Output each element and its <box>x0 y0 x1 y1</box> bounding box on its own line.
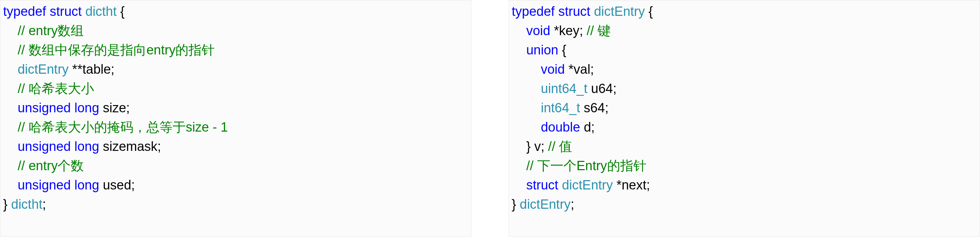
indent <box>512 43 526 57</box>
indent <box>512 81 541 96</box>
kw-long: long <box>75 100 99 115</box>
indent <box>3 139 18 154</box>
kw-unsigned: unsigned <box>18 100 71 115</box>
indent <box>512 120 541 134</box>
space <box>558 178 562 192</box>
indent <box>512 62 541 76</box>
brace-close: } <box>512 197 520 212</box>
comment-line: // 哈希表大小的掩码，总等于size - 1 <box>3 120 228 134</box>
kw-typedef: typedef <box>512 4 555 19</box>
kw-long: long <box>75 139 99 154</box>
kw-long: long <box>75 178 99 192</box>
kw-void: void <box>526 24 550 38</box>
kw-typedef: typedef <box>3 4 46 19</box>
kw-struct: struct <box>49 4 82 19</box>
brace-open: { <box>645 4 653 19</box>
comment-line: // 数组中保存的是指向entry的指针 <box>3 43 215 57</box>
type-dictentry: dictEntry <box>562 178 613 192</box>
kw-unsigned: unsigned <box>18 178 71 192</box>
type-dictentry: dictEntry <box>18 62 68 76</box>
decl-key: *key; <box>550 24 587 38</box>
type-uint64: uint64_t <box>541 81 587 96</box>
indent <box>512 24 526 38</box>
kw-double: double <box>541 120 580 134</box>
brace-open: { <box>558 43 566 57</box>
semicolon: ; <box>571 197 574 212</box>
semicolon: ; <box>42 197 46 212</box>
comment-line: // 下一个Entry的指针 <box>512 159 646 173</box>
typedef-name: dictht <box>11 197 42 212</box>
comment-inline: // 值 <box>548 139 572 154</box>
decl-s64: s64; <box>580 100 609 115</box>
decl-used: used; <box>99 178 135 192</box>
code-block-dictentry: typedef struct dictEntry { void *key; //… <box>512 2 977 214</box>
union-close: } v; <box>526 139 548 154</box>
type-dictentry: dictEntry <box>594 4 645 19</box>
kw-union: union <box>526 43 558 57</box>
space <box>71 139 75 154</box>
comment-line: // 哈希表大小 <box>3 81 94 96</box>
kw-struct: struct <box>558 4 590 19</box>
decl-u64: u64; <box>587 81 617 96</box>
comment-line: // entry数组 <box>3 24 84 38</box>
brace-close: } <box>3 197 11 212</box>
decl-val: *val; <box>565 62 594 76</box>
brace-open: { <box>117 4 125 19</box>
indent <box>512 178 526 192</box>
comment-inline: // 键 <box>587 24 611 38</box>
panel-gap <box>471 0 509 237</box>
kw-struct: struct <box>526 178 558 192</box>
indent <box>512 139 526 154</box>
space <box>71 100 75 115</box>
indent <box>3 62 18 76</box>
decl-next: *next; <box>613 178 650 192</box>
indent <box>512 100 541 115</box>
typedef-name: dictEntry <box>520 197 571 212</box>
code-panels: typedef struct dictht { // entry数组 // 数组… <box>0 0 980 237</box>
code-panel-dictentry: typedef struct dictEntry { void *key; //… <box>509 0 980 237</box>
decl-table: **table; <box>68 62 115 76</box>
type-dictht: dictht <box>86 4 117 19</box>
decl-size: size; <box>99 100 130 115</box>
space <box>71 178 75 192</box>
kw-unsigned: unsigned <box>18 139 71 154</box>
comment-line: // entry个数 <box>3 159 84 173</box>
indent <box>3 100 18 115</box>
decl-sizemask: sizemask; <box>99 139 161 154</box>
indent <box>3 178 18 192</box>
code-panel-dictht: typedef struct dictht { // entry数组 // 数组… <box>0 0 471 237</box>
type-int64: int64_t <box>541 100 580 115</box>
code-block-dictht: typedef struct dictht { // entry数组 // 数组… <box>3 2 468 214</box>
decl-d: d; <box>580 120 595 134</box>
kw-void: void <box>541 62 565 76</box>
